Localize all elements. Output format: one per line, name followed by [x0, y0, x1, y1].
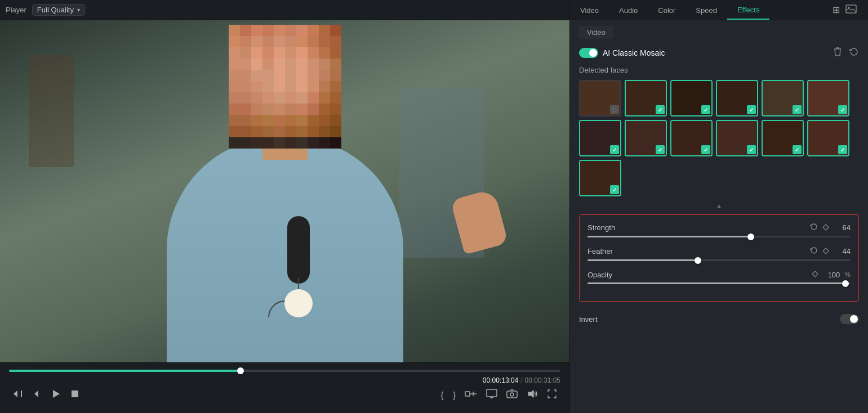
strength-keyframe-icon[interactable] [822, 223, 829, 232]
face-thumb-11[interactable] [762, 120, 804, 156]
invert-toggle[interactable] [840, 314, 859, 324]
quality-label: Full Quality [37, 6, 74, 14]
opacity-value: 100 [823, 271, 840, 279]
face-thumb-8[interactable] [625, 120, 667, 156]
feather-thumb[interactable] [695, 257, 701, 264]
strength-label: Strength [587, 223, 615, 232]
face-thumb-2[interactable] [625, 80, 667, 116]
total-time: 00:00:31:05 [525, 376, 560, 384]
tab-speed[interactable]: Speed [686, 2, 727, 19]
strength-row: Strength 64 [587, 223, 851, 237]
effect-header: AI Classic Mosaic [579, 47, 859, 59]
svg-point-14 [510, 393, 514, 396]
opacity-slider[interactable] [587, 282, 851, 284]
opacity-label: Opacity [587, 271, 612, 279]
play-prev-button[interactable] [28, 388, 45, 403]
svg-marker-2 [14, 390, 17, 397]
opacity-unit: % [844, 271, 851, 279]
quality-selector[interactable]: Full Quality ▾ [32, 4, 85, 16]
volume-button[interactable] [523, 388, 541, 403]
opacity-keyframe-icon[interactable] [812, 270, 818, 279]
opacity-row: Opacity 100 % [587, 270, 851, 284]
tab-color[interactable]: Color [648, 2, 686, 19]
strength-slider[interactable] [587, 236, 851, 237]
strength-thumb[interactable] [747, 234, 754, 240]
feather-reset-icon[interactable] [810, 246, 818, 256]
current-time: 00:00:13:04 [483, 376, 518, 384]
tab-video[interactable]: Video [570, 2, 609, 19]
reset-effect-icon[interactable] [849, 47, 859, 59]
effect-name: AI Classic Mosaic [603, 48, 665, 57]
delete-effect-icon[interactable] [833, 47, 842, 59]
trim-button[interactable] [461, 388, 480, 403]
face-thumb-9[interactable] [670, 120, 713, 156]
face-thumb-12[interactable] [807, 120, 849, 156]
bracket-open-button[interactable]: { [437, 389, 447, 402]
sub-tab-video[interactable]: Video [579, 26, 613, 39]
svg-rect-13 [507, 391, 517, 398]
feather-row: Feather 44 [587, 246, 851, 261]
tab-effects[interactable]: Effects [727, 1, 770, 20]
face-thumb-13[interactable] [579, 160, 621, 196]
chevron-down-icon: ▾ [77, 7, 80, 13]
feather-label: Feather [587, 247, 613, 255]
invert-label: Invert [579, 315, 598, 324]
collapse-indicator[interactable]: ▲ [579, 202, 859, 210]
face-thumb-7[interactable] [579, 120, 621, 156]
bracket-close-button[interactable]: } [449, 389, 459, 402]
svg-marker-15 [528, 390, 533, 397]
face-thumb-4[interactable] [716, 80, 758, 116]
svg-rect-6 [72, 390, 78, 397]
opacity-thumb[interactable] [842, 280, 849, 287]
face-thumb-10[interactable] [716, 120, 758, 156]
player-label: Player [0, 6, 32, 14]
step-back-button[interactable] [9, 388, 26, 403]
svg-marker-16 [823, 225, 829, 230]
camera-button[interactable] [503, 388, 521, 403]
face-thumb-6[interactable] [807, 80, 849, 116]
progress-track[interactable] [9, 370, 560, 372]
detected-faces-label: Detected faces [579, 66, 859, 74]
fullscreen-button[interactable] [544, 388, 560, 403]
svg-marker-18 [812, 271, 818, 277]
effect-toggle[interactable] [579, 48, 598, 58]
stop-button[interactable] [66, 388, 83, 403]
invert-row: Invert [579, 309, 859, 324]
feather-value: 44 [834, 247, 851, 255]
svg-marker-4 [34, 390, 38, 397]
strength-reset-icon[interactable] [810, 223, 818, 232]
svg-marker-5 [53, 390, 60, 398]
svg-marker-17 [823, 248, 829, 254]
progress-thumb[interactable] [237, 367, 244, 374]
feather-keyframe-icon[interactable] [822, 247, 829, 256]
time-separator: / [520, 376, 522, 384]
play-button[interactable] [47, 388, 64, 403]
settings-panel: Strength 64 [579, 214, 859, 302]
tab-audio[interactable]: Audio [609, 2, 648, 19]
face-thumb-1[interactable]: □ [579, 80, 621, 116]
face-thumb-5[interactable] [762, 80, 804, 116]
monitor-button[interactable] [483, 388, 501, 403]
feather-slider[interactable] [587, 259, 851, 261]
svg-rect-7 [465, 392, 470, 396]
svg-rect-10 [487, 389, 497, 397]
strength-value: 64 [834, 223, 851, 232]
face-thumb-3[interactable] [670, 80, 713, 116]
